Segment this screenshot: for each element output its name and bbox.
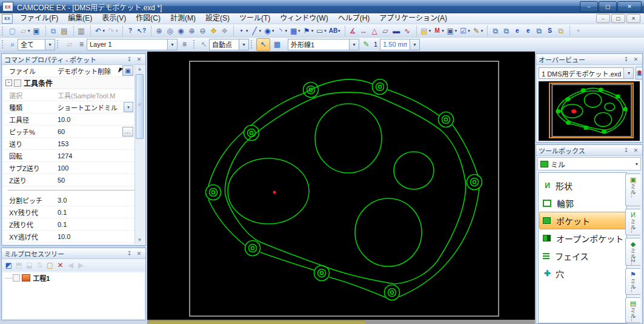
- cad-drawing[interactable]: [147, 52, 535, 320]
- edit-post-icon[interactable]: ✎ ▾: [471, 25, 485, 36]
- toolbox-tab-mill-shape[interactable]: И ミル..: [625, 209, 640, 235]
- draw-rect-icon[interactable]: ▭ ▾: [314, 25, 328, 36]
- scroll-up-icon[interactable]: ▲: [135, 65, 144, 73]
- tree-reorder-icon[interactable]: ⇅: [35, 260, 45, 270]
- menu-file[interactable]: ファイル(F): [15, 13, 63, 24]
- measure-area-icon[interactable]: △: [370, 25, 380, 36]
- menu-application[interactable]: アプリケーション(A): [374, 13, 452, 24]
- toolbox-item-pocket[interactable]: ポケット: [539, 212, 626, 229]
- dialog-icon[interactable]: ▣ ▾: [445, 25, 459, 36]
- tree-new-process-icon[interactable]: ▢: [45, 260, 55, 270]
- sheet-icon[interactable]: ⧉: [534, 25, 545, 36]
- zoom-out-icon[interactable]: ⊖: [198, 25, 208, 36]
- zoom-in-icon[interactable]: ⊕: [187, 25, 198, 36]
- scrollbar-thumb[interactable]: ≡: [136, 74, 144, 139]
- menu-measure[interactable]: 計測(M): [165, 13, 201, 24]
- toolbox-tab-mill-2[interactable]: ◆ ミル2..: [625, 238, 640, 266]
- tree-item-checkbox[interactable]: [13, 274, 20, 282]
- paste-icon[interactable]: ▤: [59, 25, 70, 36]
- e-export-icon[interactable]: e: [523, 25, 534, 36]
- tree-select-icon[interactable]: ◩: [4, 260, 14, 270]
- menu-view[interactable]: 表示(V): [97, 13, 131, 24]
- drawing-canvas[interactable]: [147, 52, 535, 320]
- verify-icon[interactable]: ☑ ▾: [458, 25, 471, 36]
- toolbox-tab-mill-machine[interactable]: ▣ ミル..: [625, 174, 640, 206]
- toolbar-grip[interactable]: [2, 27, 5, 35]
- layer-combo[interactable]: Layer 1 ▾: [87, 39, 178, 50]
- sheet2-icon[interactable]: ⧉: [556, 25, 566, 36]
- draw-point-icon[interactable]: • ▾: [233, 25, 250, 36]
- save-file-button[interactable]: ▣: [122, 66, 133, 76]
- tree-move-left-icon[interactable]: ◀: [65, 260, 76, 270]
- toolbox-category-mill[interactable]: ミル ▾: [537, 157, 641, 170]
- collapse-icon[interactable]: −: [5, 79, 12, 86]
- menu-help[interactable]: ヘルプ(H): [333, 13, 375, 24]
- measure-profile-icon[interactable]: ▱: [380, 25, 391, 36]
- overview-refresh-button[interactable]: ▣: [636, 67, 642, 79]
- tree-edit-icon[interactable]: ⬒: [14, 260, 24, 270]
- measure-distance-icon[interactable]: ↔: [359, 25, 370, 36]
- redo-icon[interactable]: ↷ ▾: [106, 25, 119, 36]
- property-scrollbar[interactable]: ▲ ≡ ▼: [134, 65, 144, 244]
- menu-settings[interactable]: 設定(S): [201, 13, 234, 24]
- line-width-combo[interactable]: 1.50 mm ▾: [380, 39, 420, 50]
- zoom-fit-icon[interactable]: ◉: [176, 25, 187, 36]
- toolbar-grip-2[interactable]: [2, 40, 5, 49]
- toolbox-item-face[interactable]: フェイス: [539, 247, 626, 265]
- draw-pattern-icon[interactable]: ▦ ▾: [288, 25, 302, 36]
- zoom-window-icon[interactable]: ⊕: [151, 25, 165, 36]
- grid-toggle-button[interactable]: ▦: [270, 38, 284, 51]
- info-icon[interactable]: ◔: [569, 25, 583, 36]
- pin-icon[interactable]: ↧: [125, 250, 133, 257]
- mdi-close-button[interactable]: ✕: [626, 14, 640, 23]
- window-tile-icon[interactable]: ⧉: [487, 25, 501, 36]
- mdi-restore-button[interactable]: ▢: [611, 14, 625, 23]
- draw-node-icon[interactable]: ⚑ ▾: [302, 25, 315, 36]
- zoom-previous-icon[interactable]: ◎: [165, 25, 176, 36]
- linetype-combo[interactable]: 外形線1 ▾: [288, 39, 359, 50]
- toolbox-tab-mill-node[interactable]: ⚑ ミル..: [625, 268, 640, 295]
- menu-draw[interactable]: 作図(C): [131, 13, 165, 24]
- menu-window[interactable]: ウィンドウ(W): [275, 13, 333, 24]
- overview-thumbnail[interactable]: [539, 81, 640, 141]
- close-button[interactable]: ✕: [617, 1, 642, 12]
- layer-settings-button[interactable]: ≡: [178, 38, 191, 51]
- restore-button[interactable]: ▢: [599, 1, 617, 12]
- menu-edit[interactable]: 編集(E): [63, 13, 97, 24]
- help-icon[interactable]: ?: [122, 25, 136, 36]
- chevron-down-icon[interactable]: ▾: [167, 39, 177, 50]
- draw-arc-icon[interactable]: ◝ ▾: [276, 25, 289, 36]
- chevron-down-icon[interactable]: ▾: [239, 39, 248, 50]
- pin-icon[interactable]: ↧: [622, 56, 630, 63]
- snap-mode-combo[interactable]: 自動点 ▾: [209, 39, 249, 50]
- tree-copy-icon[interactable]: ⬓: [24, 260, 35, 270]
- snap-toggle-button[interactable]: ↖: [256, 38, 270, 51]
- mdi-minimize-button[interactable]: –: [596, 14, 610, 23]
- section-checkbox[interactable]: [14, 79, 21, 87]
- draw-circle-icon[interactable]: ◉ ▾: [262, 25, 276, 36]
- measure-curve-icon[interactable]: ∿: [402, 25, 413, 36]
- pin-icon[interactable]: ↧: [125, 56, 133, 63]
- doc-export-icon[interactable]: ▤ ▾: [416, 25, 433, 36]
- measure-solid-icon[interactable]: ▬: [391, 25, 402, 36]
- print-icon[interactable]: ▥: [73, 25, 87, 36]
- e-view-icon[interactable]: e: [512, 25, 523, 36]
- open-file-icon[interactable]: ▱ ▾: [18, 25, 32, 36]
- menu-tools[interactable]: ツール(T): [234, 13, 275, 24]
- pan-icon[interactable]: ✥: [208, 25, 219, 36]
- draw-text-icon[interactable]: AB ▾: [328, 25, 342, 36]
- pen-button[interactable]: ✎: [359, 38, 373, 51]
- scroll-down-icon[interactable]: ▼: [135, 236, 144, 244]
- tree-delete-icon[interactable]: ✕: [55, 260, 65, 270]
- close-icon[interactable]: ✕: [135, 56, 143, 63]
- measure-angle-icon[interactable]: ∡: [345, 25, 359, 36]
- copy-icon[interactable]: ⧉: [45, 25, 59, 36]
- tree-move-right-icon[interactable]: ▶: [76, 260, 86, 270]
- chevron-down-icon[interactable]: ▾: [636, 161, 638, 167]
- macro-icon[interactable]: M ▾: [432, 25, 445, 36]
- chevron-down-icon[interactable]: ▾: [45, 39, 55, 50]
- layer-manager-button[interactable]: ▱: [62, 38, 76, 51]
- undo-icon[interactable]: ↶ ▾: [90, 25, 107, 36]
- close-icon[interactable]: ✕: [632, 147, 640, 154]
- close-icon[interactable]: ✕: [632, 56, 640, 63]
